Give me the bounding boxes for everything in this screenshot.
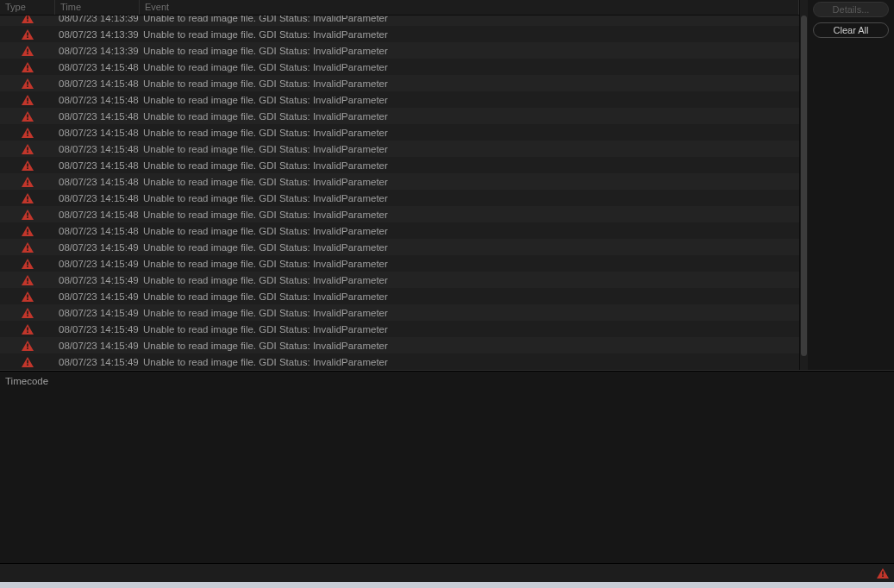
row-time: 08/07/23 14:15:48 [55,95,140,105]
svg-rect-35 [27,298,28,300]
table-row[interactable]: 08/07/23 14:15:48Unable to read image fi… [0,173,799,190]
svg-rect-15 [27,134,28,136]
bottom-strip [0,582,894,588]
warning-icon[interactable] [877,568,889,579]
table-row[interactable]: 08/07/23 14:15:49Unable to read image fi… [0,337,799,353]
row-event: Unable to read image file. GDI Status: I… [140,308,799,318]
row-time: 08/07/23 14:15:49 [55,291,140,302]
table-row[interactable]: 08/07/23 14:15:49Unable to read image fi… [0,272,799,288]
table-row[interactable]: 08/07/23 14:13:39Unable to read image fi… [0,26,799,42]
table-row[interactable]: 08/07/23 14:15:49Unable to read image fi… [0,239,799,255]
table-row[interactable]: 08/07/23 14:15:48Unable to read image fi… [0,91,799,108]
row-time: 08/07/23 14:13:39 [55,29,140,40]
svg-rect-13 [27,118,28,120]
row-event: Unable to read image file. GDI Status: I… [140,357,799,367]
scroll-thumb[interactable] [801,16,807,356]
row-time: 08/07/23 14:15:49 [55,324,140,335]
svg-rect-25 [27,216,28,218]
warning-icon [0,78,55,89]
warning-icon [0,111,55,122]
row-time: 08/07/23 14:15:48 [55,144,140,154]
row-event: Unable to read image file. GDI Status: I… [140,62,799,72]
warning-icon [0,29,55,40]
warning-icon [0,62,55,72]
table-row[interactable]: 08/07/23 14:15:48Unable to read image fi… [0,141,799,157]
row-time: 08/07/23 14:15:48 [55,193,140,203]
table-row[interactable]: 08/07/23 14:13:39Unable to read image fi… [0,42,799,59]
svg-rect-45 [882,575,884,577]
svg-rect-31 [27,266,28,267]
row-time: 08/07/23 14:15:48 [55,62,140,72]
svg-rect-26 [27,228,28,232]
event-log: Type Time Event 08/07/23 14:13:39Unable … [0,0,799,370]
warning-icon [0,259,55,269]
row-event: Unable to read image file. GDI Status: I… [140,16,799,23]
row-event: Unable to read image file. GDI Status: I… [140,291,799,302]
svg-rect-16 [27,147,28,150]
svg-rect-33 [27,282,28,284]
warning-icon [0,341,55,351]
svg-rect-41 [27,347,28,349]
table-row[interactable]: 08/07/23 14:15:48Unable to read image fi… [0,190,799,206]
col-header-type[interactable]: Type [0,0,55,15]
column-headers: Type Time Event [0,0,799,16]
svg-rect-11 [27,102,28,103]
row-event: Unable to read image file. GDI Status: I… [140,226,799,236]
svg-rect-5 [27,53,28,54]
svg-rect-22 [27,196,28,199]
table-row[interactable]: 08/07/23 14:15:48Unable to read image fi… [0,124,799,141]
svg-rect-8 [27,81,28,84]
table-row[interactable]: 08/07/23 14:15:49Unable to read image fi… [0,288,799,304]
warning-icon [0,242,55,253]
table-row[interactable]: 08/07/23 14:13:39Unable to read image fi… [0,16,799,26]
events-panel: Type Time Event 08/07/23 14:13:39Unable … [0,0,894,371]
warning-icon [0,308,55,318]
warning-icon [0,210,55,220]
warning-icon [0,160,55,171]
row-event: Unable to read image file. GDI Status: I… [140,95,799,105]
table-row[interactable]: 08/07/23 14:15:48Unable to read image fi… [0,59,799,75]
svg-rect-30 [27,261,28,265]
table-row[interactable]: 08/07/23 14:15:48Unable to read image fi… [0,75,799,91]
table-row[interactable]: 08/07/23 14:15:48Unable to read image fi… [0,222,799,239]
svg-rect-34 [27,294,28,297]
row-event: Unable to read image file. GDI Status: I… [140,144,799,154]
col-header-time[interactable]: Time [55,0,140,15]
svg-rect-20 [27,179,28,183]
row-time: 08/07/23 14:15:48 [55,78,140,89]
col-header-event[interactable]: Event [140,0,799,15]
table-row[interactable]: 08/07/23 14:15:48Unable to read image fi… [0,157,799,173]
svg-rect-1 [27,20,28,22]
warning-icon [0,95,55,105]
svg-rect-7 [27,69,28,71]
table-row[interactable]: 08/07/23 14:15:49Unable to read image fi… [0,353,799,370]
table-row[interactable]: 08/07/23 14:15:49Unable to read image fi… [0,255,799,272]
table-row[interactable]: 08/07/23 14:15:49Unable to read image fi… [0,304,799,321]
warning-icon [0,46,55,56]
event-rows-viewport: 08/07/23 14:13:39Unable to read image fi… [0,16,799,370]
warning-icon [0,291,55,302]
row-event: Unable to read image file. GDI Status: I… [140,324,799,335]
table-row[interactable]: 08/07/23 14:15:48Unable to read image fi… [0,108,799,124]
row-event: Unable to read image file. GDI Status: I… [140,111,799,122]
row-event: Unable to read image file. GDI Status: I… [140,160,799,171]
row-event: Unable to read image file. GDI Status: I… [140,210,799,220]
svg-rect-44 [882,571,884,574]
vertical-scrollbar[interactable] [799,0,808,370]
row-event: Unable to read image file. GDI Status: I… [140,242,799,253]
warning-icon [0,193,55,203]
row-event: Unable to read image file. GDI Status: I… [140,177,799,187]
svg-rect-3 [27,36,28,38]
event-rows: 08/07/23 14:13:39Unable to read image fi… [0,16,799,370]
warning-icon [0,324,55,335]
table-row[interactable]: 08/07/23 14:15:49Unable to read image fi… [0,321,799,337]
side-buttons: Details... Clear All [808,0,894,370]
row-event: Unable to read image file. GDI Status: I… [140,46,799,56]
svg-rect-0 [27,16,28,19]
svg-rect-32 [27,278,28,281]
table-row[interactable]: 08/07/23 14:15:48Unable to read image fi… [0,206,799,222]
clear-all-button[interactable]: Clear All [813,22,889,38]
warning-icon [0,144,55,154]
svg-rect-2 [27,32,28,35]
warning-icon [0,357,55,367]
